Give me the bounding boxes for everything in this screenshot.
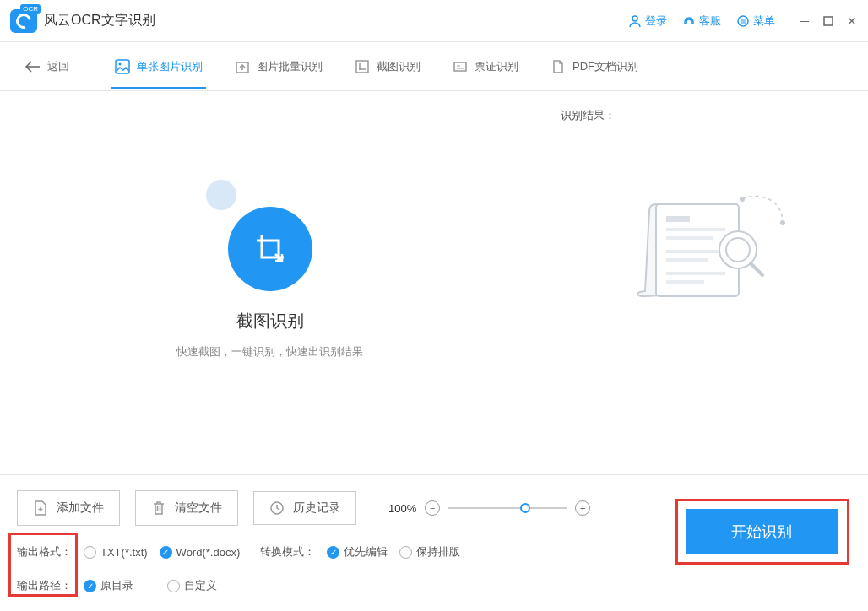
empty-illustration	[561, 191, 848, 317]
output-path-label: 输出路径：	[17, 578, 72, 593]
right-pane: 识别结果：	[540, 91, 868, 474]
crop-icon	[355, 59, 370, 74]
upload-icon	[235, 59, 250, 74]
svg-rect-9	[666, 216, 690, 222]
title-bar: OCR 风云OCR文字识别 登录 客服 菜单 ─ ✕	[0, 0, 868, 42]
svg-rect-7	[454, 62, 466, 71]
history-button[interactable]: 历史记录	[253, 491, 356, 525]
radio-custom-dir[interactable]: 自定义	[167, 578, 217, 593]
logo-block: OCR 风云OCR文字识别	[10, 9, 155, 33]
radio-original-dir[interactable]: 原目录	[84, 578, 133, 593]
arrow-left-icon	[25, 61, 41, 73]
svg-rect-3	[116, 60, 129, 73]
svg-rect-12	[666, 250, 725, 253]
zoom-value: 100%	[388, 502, 416, 515]
decorative-circle	[206, 180, 236, 210]
svg-rect-11	[666, 236, 713, 240]
tab-single-image[interactable]: 单张图片识别	[111, 44, 206, 89]
tab-bar: 返回 单张图片识别 图片批量识别 截图识别 票证识别 PDF文档识别	[0, 42, 868, 91]
radio-word[interactable]: Word(*.docx)	[160, 546, 241, 559]
zoom-in-button[interactable]: +	[575, 500, 590, 516]
svg-rect-10	[666, 228, 725, 231]
svg-point-4	[119, 62, 122, 65]
screenshot-action[interactable]	[228, 207, 312, 291]
tab-ticket[interactable]: 票证识别	[449, 44, 522, 89]
center-title: 截图识别	[236, 310, 304, 333]
convert-mode-label: 转换模式：	[260, 544, 315, 560]
svg-rect-15	[666, 280, 704, 284]
left-pane: 截图识别 快速截图，一键识别，快速出识别结果	[0, 91, 540, 474]
svg-rect-2	[824, 17, 833, 25]
radio-txt[interactable]: TXT(*.txt)	[84, 546, 148, 559]
tab-screenshot[interactable]: 截图识别	[351, 44, 424, 89]
tab-batch-image[interactable]: 图片批量识别	[231, 44, 326, 89]
svg-point-19	[740, 197, 745, 202]
svg-point-0	[632, 16, 637, 21]
minimize-button[interactable]: ─	[799, 15, 811, 27]
svg-rect-6	[356, 61, 368, 73]
pdf-icon	[551, 59, 566, 74]
clock-icon	[269, 500, 285, 516]
bottom-panel: 添加文件 清空文件 历史记录 100% − + 开始识别 输出格式： TXT(*…	[0, 474, 868, 608]
headset-icon	[682, 14, 696, 28]
service-button[interactable]: 客服	[682, 14, 721, 29]
maximize-button[interactable]	[822, 15, 834, 27]
image-icon	[115, 59, 130, 74]
radio-keep-layout[interactable]: 保持排版	[399, 544, 460, 560]
zoom-out-button[interactable]: −	[425, 500, 440, 516]
menu-button[interactable]: 菜单	[736, 14, 775, 29]
svg-rect-14	[666, 272, 725, 275]
result-label: 识别结果：	[561, 108, 848, 123]
radio-priority-edit[interactable]: 优先编辑	[327, 544, 388, 560]
main-area: 截图识别 快速截图，一键识别，快速出识别结果 识别结果：	[0, 91, 868, 474]
zoom-control: 100% − +	[388, 500, 590, 516]
menu-icon	[736, 14, 750, 28]
close-button[interactable]: ✕	[846, 15, 858, 27]
clear-file-button[interactable]: 清空文件	[135, 490, 238, 526]
user-icon	[628, 14, 642, 28]
title-actions: 登录 客服 菜单 ─ ✕	[628, 14, 858, 29]
crop-large-icon	[253, 232, 287, 266]
add-file-button[interactable]: 添加文件	[17, 490, 120, 526]
center-subtitle: 快速截图，一键识别，快速出识别结果	[176, 344, 363, 360]
file-add-icon	[33, 500, 48, 516]
back-button[interactable]: 返回	[25, 59, 69, 74]
start-recognize-button[interactable]: 开始识别	[686, 509, 838, 554]
svg-rect-13	[666, 258, 708, 262]
zoom-slider[interactable]	[448, 507, 567, 509]
tab-pdf[interactable]: PDF文档识别	[547, 44, 642, 89]
trash-icon	[151, 500, 166, 516]
output-format-label: 输出格式：	[17, 544, 72, 560]
card-icon	[453, 59, 468, 74]
app-title: 风云OCR文字识别	[44, 12, 155, 30]
app-logo-icon: OCR	[10, 9, 37, 33]
svg-point-18	[780, 220, 785, 225]
login-button[interactable]: 登录	[628, 14, 667, 29]
